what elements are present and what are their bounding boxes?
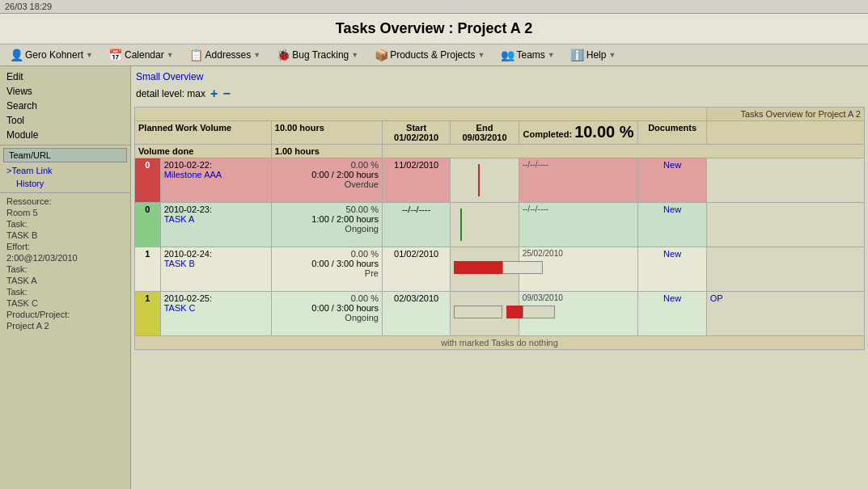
taskc-info-cell: 2010-02-25: TASK C — [160, 292, 271, 336]
detail-level-label: detail level: max — [136, 88, 205, 99]
overview-header-text: Tasks Overview for Project A 2 — [740, 109, 861, 119]
menu-teams[interactable]: 👥 Teams ▼ — [498, 47, 557, 63]
sidebar: Edit Views Search Tool Module Team/URL >… — [0, 66, 131, 489]
menu-help[interactable]: ℹ️ Help ▼ — [568, 47, 620, 63]
title-bar: Tasks Overview : Project A 2 — [0, 14, 868, 44]
menu-addresses-label: Addresses — [205, 49, 252, 61]
menu-bar: 👤 Gero Kohnert ▼ 📅 Calendar ▼ 📋 Addresse… — [0, 44, 868, 66]
menu-products[interactable]: 📦 Products & Projects ▼ — [371, 47, 488, 63]
sidebar-product-value: Project A 2 — [0, 320, 130, 331]
taskb-date: 2010-02-24: — [164, 249, 268, 259]
footer-cell: with marked Tasks do nothing — [135, 336, 865, 350]
documents-cell: Documents — [638, 121, 706, 145]
taska-new-cell[interactable]: New — [638, 203, 706, 247]
taskb-pct-cell: 0.00 % 0:00 / 3:00 hours Pre — [271, 247, 382, 292]
sidebar-item-views[interactable]: Views — [0, 84, 130, 99]
taskb-op-cell — [706, 247, 864, 292]
user-arrow-icon: ▼ — [86, 51, 93, 59]
products-icon: 📦 — [375, 48, 387, 61]
sidebar-resource-value: Room 5 — [0, 207, 130, 218]
volume-done-spacer — [382, 145, 864, 158]
table-row: 0 2010-02-22: Milestone AAA 0.00 % 0:00 … — [135, 158, 865, 203]
content-area: Small Overview detail level: max + − — [131, 66, 868, 489]
sidebar-history[interactable]: History — [0, 177, 130, 190]
start-label-cell: Start 01/02/2010 — [382, 121, 450, 145]
taskc-date: 2010-02-25: — [164, 293, 268, 303]
sidebar-task1-label: Task: — [0, 218, 130, 230]
addresses-icon: 📋 — [190, 48, 203, 61]
sidebar-item-tool[interactable]: Tool — [0, 113, 130, 128]
sidebar-task1-value: TASK B — [0, 230, 130, 241]
menu-user-label: Gero Kohnert — [25, 49, 83, 61]
taskc-priority-cell: 1 — [135, 292, 161, 336]
small-overview-link[interactable]: Small Overview — [134, 70, 205, 84]
milestone-due-cell: 11/02/2010 — [382, 158, 450, 203]
calendar-arrow-icon: ▼ — [167, 51, 174, 59]
menu-user[interactable]: 👤 Gero Kohnert ▼ — [6, 47, 96, 63]
milestone-priority-cell: 0 — [135, 158, 161, 203]
sidebar-item-module[interactable]: Module — [0, 128, 130, 142]
sidebar-product-label: Product/Project: — [0, 309, 130, 320]
milestone-end-date-cell: --/--/---- — [519, 158, 638, 203]
milestone-date: 2010-02-22: — [164, 160, 268, 170]
sidebar-item-search[interactable]: Search — [0, 99, 130, 113]
taskb-info-cell: 2010-02-24: TASK B — [160, 247, 271, 292]
planned-work-value-cell: 10.00 hours — [271, 121, 382, 145]
taska-pct-cell: 50.00 % 1:00 / 2:00 hours Ongoing — [271, 203, 382, 247]
taskc-gantt-cell — [451, 292, 519, 336]
completed-cell: Completed: 10.00 % — [519, 121, 638, 145]
bug-arrow-icon: ▼ — [351, 51, 358, 59]
sidebar-task2-value: TASK A — [0, 275, 130, 286]
taskb-gantt-cell — [451, 247, 519, 292]
help-arrow-icon: ▼ — [608, 51, 616, 59]
menu-help-label: Help — [586, 49, 607, 61]
taska-gantt-cell — [451, 203, 519, 247]
milestone-pct-cell: 0.00 % 0:00 / 2:00 hours Overdue — [271, 158, 382, 203]
taskc-op-cell[interactable]: OP — [706, 292, 864, 336]
menu-bug-tracking[interactable]: 🐞 Bug Tracking ▼ — [273, 47, 362, 63]
taskb-new-cell[interactable]: New — [638, 247, 706, 292]
overview-header-cell: Tasks Overview for Project A 2 — [706, 107, 864, 121]
milestone-name-link[interactable]: Milestone AAA — [164, 170, 268, 179]
taska-date: 2010-02-23: — [164, 204, 268, 214]
footer-row: with marked Tasks do nothing — [135, 336, 865, 350]
taska-end-date-cell: --/--/---- — [519, 203, 638, 247]
detail-decrease-button[interactable]: − — [222, 87, 230, 100]
sidebar-item-edit[interactable]: Edit — [0, 70, 130, 84]
milestone-op-cell — [706, 158, 864, 203]
taskc-new-cell[interactable]: New — [638, 292, 706, 336]
volume-done-value-cell: 1.00 hours — [271, 145, 382, 158]
sidebar-team-link[interactable]: >Team Link — [0, 164, 130, 177]
menu-addresses[interactable]: 📋 Addresses ▼ — [187, 47, 265, 63]
sidebar-task2-label: Task: — [0, 263, 130, 275]
volume-done-row: Volume done 1.00 hours — [135, 145, 865, 158]
sidebar-team-url[interactable]: Team/URL — [3, 148, 127, 162]
overview-header-row: Tasks Overview for Project A 2 — [135, 107, 865, 121]
milestone-new-cell[interactable]: New — [638, 158, 706, 203]
taska-name-link[interactable]: TASK A — [164, 214, 268, 224]
planned-work-label-cell: Planned Work Volume — [135, 121, 272, 145]
table-row: 1 2010-02-24: TASK B 0.00 % 0:00 / 3:00 … — [135, 247, 865, 292]
sidebar-divider-1 — [0, 145, 130, 145]
user-icon: 👤 — [10, 48, 23, 61]
sidebar-effort-value: 2:00@12/03/2010 — [0, 252, 130, 263]
menu-teams-label: Teams — [516, 49, 544, 61]
detail-increase-button[interactable]: + — [210, 87, 218, 100]
taskb-name-link[interactable]: TASK B — [164, 259, 268, 268]
help-icon: ℹ️ — [571, 48, 584, 61]
taskb-priority-cell: 1 — [135, 247, 161, 292]
milestone-gantt-cell — [451, 158, 519, 203]
end-label-cell: End 09/03/2010 — [451, 121, 519, 145]
page-title: Tasks Overview : Project A 2 — [336, 20, 532, 36]
menu-calendar[interactable]: 📅 Calendar ▼ — [106, 47, 177, 63]
menu-products-label: Products & Projects — [390, 49, 475, 61]
menu-calendar-label: Calendar — [125, 49, 164, 61]
products-arrow-icon: ▼ — [478, 51, 485, 59]
teams-icon: 👥 — [501, 48, 514, 61]
detail-level-bar: detail level: max + − — [134, 84, 865, 103]
taskb-due-cell: 01/02/2010 — [382, 247, 450, 292]
calendar-icon: 📅 — [109, 48, 122, 61]
top-bar: 26/03 18:29 — [0, 0, 868, 14]
addresses-arrow-icon: ▼ — [253, 51, 260, 59]
taskc-name-link[interactable]: TASK C — [164, 303, 268, 313]
